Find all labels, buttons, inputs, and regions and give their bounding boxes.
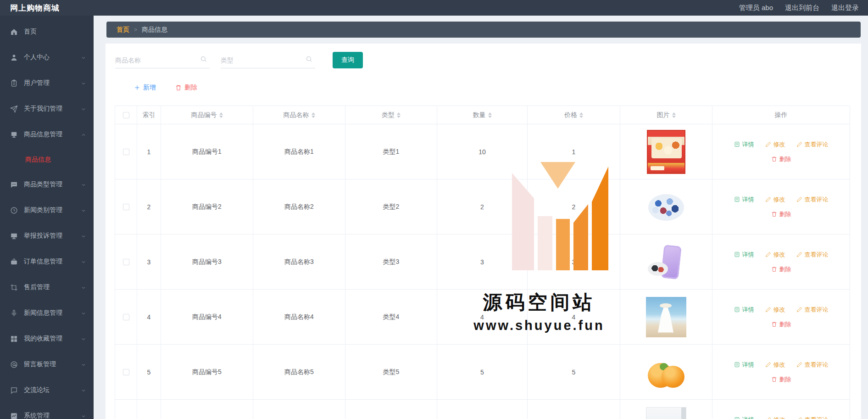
sidebar-item-profile[interactable]: 个人中心	[0, 45, 94, 70]
chevron-down-icon	[81, 55, 86, 60]
table-toolbar: 新增 删除	[115, 84, 861, 92]
product-image[interactable]	[646, 352, 686, 392]
remove-link[interactable]: 删除	[771, 375, 791, 384]
add-button[interactable]: 新增	[134, 84, 156, 92]
sort-icon[interactable]	[397, 112, 401, 118]
row-checkbox[interactable]	[123, 259, 129, 265]
product-image[interactable]	[646, 187, 686, 227]
header-price[interactable]: 价格	[528, 106, 620, 124]
detail-link[interactable]: 详情	[734, 361, 754, 369]
select-all-checkbox[interactable]	[123, 112, 129, 118]
send-icon	[10, 105, 18, 113]
product-type-input[interactable]	[221, 56, 306, 64]
cell-product-no: 商品编号4	[161, 290, 253, 345]
chevron-down-icon	[81, 80, 86, 86]
row-checkbox[interactable]	[123, 369, 129, 375]
cell-type: 类型3	[345, 235, 437, 290]
view-comments-link[interactable]: 查看评论	[796, 140, 829, 149]
remove-link[interactable]: 删除	[771, 155, 791, 163]
sort-icon[interactable]	[579, 112, 583, 118]
sidebar-item-message-board-mgmt[interactable]: 留言板管理	[0, 352, 94, 377]
breadcrumb-current: 商品信息	[142, 26, 167, 34]
detail-link[interactable]: 详情	[734, 196, 754, 204]
product-image[interactable]	[646, 242, 686, 282]
detail-link[interactable]: 详情	[734, 416, 754, 419]
trash-icon	[175, 84, 182, 91]
cell-quantity: 6	[437, 400, 528, 419]
edit-link[interactable]: 修改	[765, 251, 785, 259]
cell-type: 类型1	[345, 124, 437, 179]
logout-link[interactable]: 退出登录	[831, 4, 859, 12]
sort-icon[interactable]	[312, 112, 315, 118]
remove-link[interactable]: 删除	[771, 210, 791, 218]
product-image[interactable]	[646, 407, 686, 419]
edit-link[interactable]: 修改	[765, 416, 785, 419]
message-dots-icon	[10, 181, 18, 189]
search-button[interactable]: 查询	[333, 52, 363, 68]
chevron-down-icon	[81, 207, 86, 213]
sidebar-item-aftersales-mgmt[interactable]: 售后管理	[0, 274, 94, 300]
sort-icon[interactable]	[488, 112, 492, 118]
view-comments-link[interactable]: 查看评论	[796, 306, 829, 314]
cell-product-no: 商品编号6	[161, 400, 253, 419]
row-checkbox[interactable]	[123, 149, 129, 155]
header-product-no[interactable]: 商品编号	[161, 106, 253, 124]
remove-link[interactable]: 删除	[771, 320, 791, 329]
cell-product-no: 商品编号1	[161, 124, 253, 179]
view-comments-link[interactable]: 查看评论	[796, 361, 829, 369]
product-name-input[interactable]	[115, 56, 200, 64]
sidebar-item-forum[interactable]: 交流论坛	[0, 377, 94, 403]
breadcrumb: 首页 > 商品信息	[106, 22, 861, 38]
header-image[interactable]: 图片	[620, 106, 712, 124]
sidebar-item-news-category-mgmt[interactable]: 新闻类别管理	[0, 197, 94, 223]
sidebar-item-users[interactable]: 用户管理	[0, 70, 94, 96]
sidebar-item-order-mgmt[interactable]: 订单信息管理	[0, 249, 94, 274]
sidebar-item-system-mgmt[interactable]: 系统管理	[0, 403, 94, 419]
sidebar-item-about[interactable]: 关于我们管理	[0, 96, 94, 122]
sidebar-item-product-info-mgmt[interactable]: 商品信息管理	[0, 122, 94, 147]
sidebar-item-label: 关于我们管理	[24, 105, 62, 113]
sidebar-item-news-info-mgmt[interactable]: 新闻信息管理	[0, 300, 94, 326]
document-icon	[734, 362, 740, 368]
detail-link[interactable]: 详情	[734, 140, 754, 149]
sidebar-subitem-product-info[interactable]: 商品信息	[0, 147, 94, 172]
view-comments-link[interactable]: 查看评论	[796, 416, 829, 419]
pencil-icon	[765, 196, 771, 202]
table-row: 3 商品编号3 商品名称3 类型3 3 3 详情 修改 查看评论	[115, 235, 850, 290]
detail-link[interactable]: 详情	[734, 251, 754, 259]
header-type[interactable]: 类型	[345, 106, 437, 124]
sidebar-item-home[interactable]: 首页	[0, 19, 94, 45]
sidebar-item-product-type-mgmt[interactable]: 商品类型管理	[0, 172, 94, 197]
edit-link[interactable]: 修改	[765, 140, 785, 149]
delete-button[interactable]: 删除	[175, 84, 197, 92]
detail-link[interactable]: 详情	[734, 306, 754, 314]
view-comments-link[interactable]: 查看评论	[796, 251, 829, 259]
chevron-down-icon	[81, 233, 86, 239]
breadcrumb-home-link[interactable]: 首页	[117, 26, 129, 34]
pencil-icon	[796, 251, 802, 257]
row-checkbox[interactable]	[123, 314, 129, 320]
exit-to-front-link[interactable]: 退出到前台	[785, 4, 819, 12]
remove-link[interactable]: 删除	[771, 265, 791, 274]
cell-type: 类型6	[345, 400, 437, 419]
header-product-name[interactable]: 商品名称	[253, 106, 345, 124]
sidebar-item-favorites-mgmt[interactable]: 我的收藏管理	[0, 326, 94, 352]
sidebar: 首页 个人中心 用户管理 关于我们管理 商品信息管理 商品信息 商品类型管理	[0, 16, 94, 419]
plus-icon	[134, 84, 140, 91]
header-quantity[interactable]: 数量	[437, 106, 528, 124]
row-checkbox[interactable]	[123, 204, 129, 210]
sort-icon[interactable]	[672, 112, 676, 118]
edit-link[interactable]: 修改	[765, 196, 785, 204]
chevron-down-icon	[81, 106, 86, 112]
view-comments-link[interactable]: 查看评论	[796, 196, 829, 204]
edit-link[interactable]: 修改	[765, 361, 785, 369]
chevron-down-icon	[81, 182, 86, 187]
product-image[interactable]	[646, 297, 686, 337]
cell-type: 类型4	[345, 290, 437, 345]
sidebar-item-complaint-mgmt[interactable]: 举报投诉管理	[0, 223, 94, 249]
cell-product-name: 商品名称3	[253, 235, 345, 290]
product-image[interactable]	[647, 130, 685, 174]
sort-icon[interactable]	[219, 112, 223, 118]
edit-link[interactable]: 修改	[765, 306, 785, 314]
pencil-icon	[796, 362, 802, 368]
